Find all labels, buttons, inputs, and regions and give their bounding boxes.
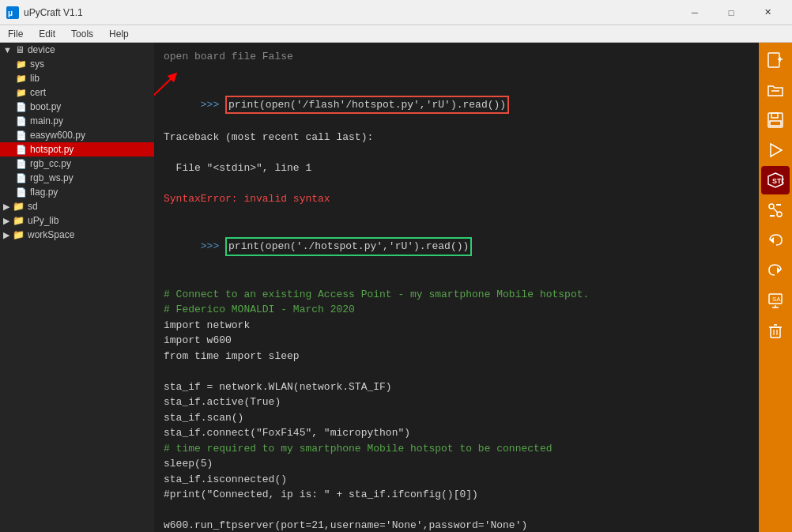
upylib-folder-icon: 📁 [13, 215, 25, 226]
tree-item-easyw600[interactable]: 📄 easyw600.py [0, 128, 154, 142]
file-icon: 📄 [16, 187, 27, 198]
open-file-button[interactable] [761, 76, 790, 104]
tree-item-flag[interactable]: 📄 flag.py [0, 185, 154, 199]
menu-help[interactable]: Help [101, 25, 137, 42]
menu-tools[interactable]: Tools [63, 25, 101, 42]
tree-label-workspace: workSpace [28, 229, 74, 240]
main-layout: ▼ 🖥 device 📁 sys 📁 lib 📁 cert 📄 boot.py … [0, 43, 792, 532]
code-line-sleep1: sleep(5) [164, 456, 749, 472]
stop-button[interactable]: STOP [761, 166, 790, 194]
tree-label-device: device [28, 44, 55, 55]
prompt-icon-2: >>> [201, 240, 225, 252]
minimize-button[interactable]: ─ [677, 0, 713, 25]
prompt-icon: >>> [201, 99, 225, 111]
tree-label-lib: lib [30, 73, 40, 84]
folder-closed-icon: ▶ [3, 230, 9, 240]
file-icon: 📄 [16, 173, 27, 183]
code-line-sta-if: sta_if = network.WLAN(network.STA_IF) [164, 379, 749, 395]
red-highlighted-command: print(open('/flash'/hotspot.py','rU').re… [225, 96, 509, 115]
new-file-button[interactable] [761, 46, 790, 74]
download-button[interactable]: SA [761, 286, 790, 315]
sd-folder-icon: 📁 [13, 201, 25, 212]
folder-icon: 📁 [16, 59, 27, 70]
code-line-isconnected1: sta_if.isconnected() [164, 472, 749, 488]
code-line-file: File "<stdin>", line 1 [164, 160, 749, 176]
connect-button[interactable] [761, 196, 790, 224]
svg-point-14 [777, 212, 782, 217]
folder-icon: 📁 [16, 74, 27, 84]
tree-label-upy-lib: uPy_lib [28, 215, 58, 226]
code-line-traceback: Traceback (most recent call last): [164, 130, 749, 145]
file-icon: 📄 [16, 130, 27, 141]
tree-item-rgb-cc[interactable]: 📄 rgb_cc.py [0, 157, 154, 171]
redo-button[interactable] [761, 256, 790, 285]
code-line-import-w600: import w600 [164, 333, 749, 349]
tree-label-rgb-ws: rgb_ws.py [30, 172, 74, 183]
code-line-blank-7 [164, 503, 749, 519]
code-line-syntax-error: SyntaxError: invalid syntax [164, 191, 749, 207]
tree-label-easyw600: easyw600.py [30, 130, 85, 141]
menu-file[interactable]: File [0, 25, 31, 42]
code-line-connect: sta_if.connect("FoxFi45", "micropython") [164, 425, 749, 441]
code-line-blank-6 [164, 364, 749, 379]
tree-item-cert[interactable]: 📁 cert [0, 85, 154, 100]
file-icon: 📄 [16, 116, 27, 126]
close-button[interactable]: ✕ [749, 0, 786, 25]
tree-label-main: main.py [30, 115, 63, 126]
code-line-blank-3 [164, 175, 749, 191]
tree-label-sys: sys [30, 58, 44, 70]
code-line-blank-5 [164, 271, 749, 287]
window-title: uPyCraft V1.1 [24, 7, 677, 18]
file-icon: 📄 [16, 159, 27, 169]
code-line-blank-1 [164, 65, 749, 81]
titlebar: μ uPyCraft V1.1 ─ □ ✕ [0, 0, 792, 25]
svg-line-15 [774, 209, 778, 213]
run-button[interactable] [761, 136, 790, 164]
tree-label-sd: sd [28, 201, 38, 212]
menubar: File Edit Tools Help [0, 25, 792, 43]
svg-point-13 [769, 204, 774, 209]
svg-rect-24 [771, 327, 780, 338]
file-tree: ▼ 🖥 device 📁 sys 📁 lib 📁 cert 📄 boot.py … [0, 43, 154, 532]
tree-item-lib[interactable]: 📁 lib [0, 71, 154, 85]
tree-label-cert: cert [30, 87, 46, 98]
workspace-folder-icon: 📁 [13, 229, 25, 240]
code-line-comment-1: # Connect to an existing Access Point - … [164, 287, 749, 303]
code-line-blank-4 [164, 206, 749, 222]
tree-item-workspace[interactable]: ▶ 📁 workSpace [0, 228, 154, 242]
code-line-1: open board file False [164, 49, 749, 65]
tree-label-rgb-cc: rgb_cc.py [30, 158, 71, 169]
tree-item-hotspot[interactable]: 📄 hotspot.py [0, 142, 154, 157]
tree-item-sd[interactable]: ▶ 📁 sd [0, 199, 154, 213]
svg-text:μ: μ [8, 9, 13, 17]
code-line-prompt-green: >>> print(open('./hotspot.py','rU').read… [164, 222, 749, 272]
file-icon: 📄 [16, 145, 27, 155]
code-line-scan: sta_if.scan() [164, 410, 749, 426]
undo-button[interactable] [761, 226, 790, 255]
menu-edit[interactable]: Edit [31, 25, 63, 42]
tree-item-main[interactable]: 📄 main.py [0, 114, 154, 128]
tree-item-device[interactable]: ▼ 🖥 device [0, 43, 154, 57]
svg-text:STOP: STOP [772, 177, 784, 185]
code-line-comment-3: # time required to my smartphone Mobile … [164, 441, 749, 457]
svg-rect-9 [770, 121, 781, 126]
green-highlighted-command: print(open('./hotspot.py','rU').read()) [225, 237, 472, 256]
folder-closed-icon: ▶ [3, 216, 9, 226]
tree-item-sys[interactable]: 📁 sys [0, 57, 154, 71]
code-line-import-network: import network [164, 318, 749, 334]
save-file-button[interactable] [761, 106, 790, 134]
svg-text:SA: SA [772, 296, 781, 303]
tree-item-rgb-ws[interactable]: 📄 rgb_ws.py [0, 171, 154, 185]
tree-item-boot[interactable]: 📄 boot.py [0, 100, 154, 114]
delete-button[interactable] [761, 316, 790, 345]
maximize-button[interactable]: □ [713, 0, 749, 25]
code-line-print-comment: #print("Connected, ip is: " + sta_if.ifc… [164, 487, 749, 503]
code-line-active: sta_if.active(True) [164, 394, 749, 410]
right-toolbar: STOP S [759, 43, 792, 532]
code-editor[interactable]: open board file False >>> print(open('/f… [154, 43, 759, 532]
svg-marker-10 [771, 144, 782, 157]
code-line-prompt-red: >>> print(open('/flash'/hotspot.py','rU'… [164, 80, 749, 130]
tree-item-upy-lib[interactable]: ▶ 📁 uPy_lib [0, 213, 154, 228]
svg-rect-8 [771, 113, 778, 118]
code-line-import-sleep: from time import sleep [164, 349, 749, 364]
